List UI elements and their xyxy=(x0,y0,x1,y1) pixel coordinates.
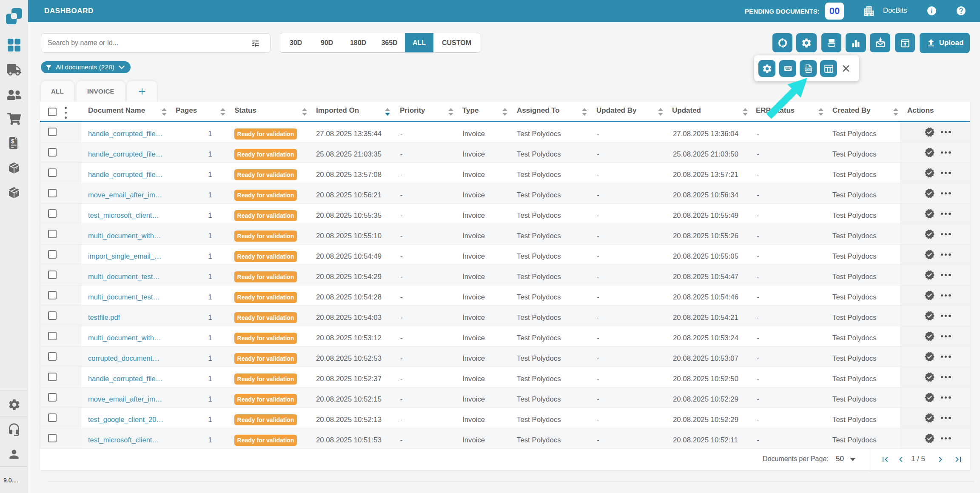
svg-text:$: $ xyxy=(11,138,14,145)
